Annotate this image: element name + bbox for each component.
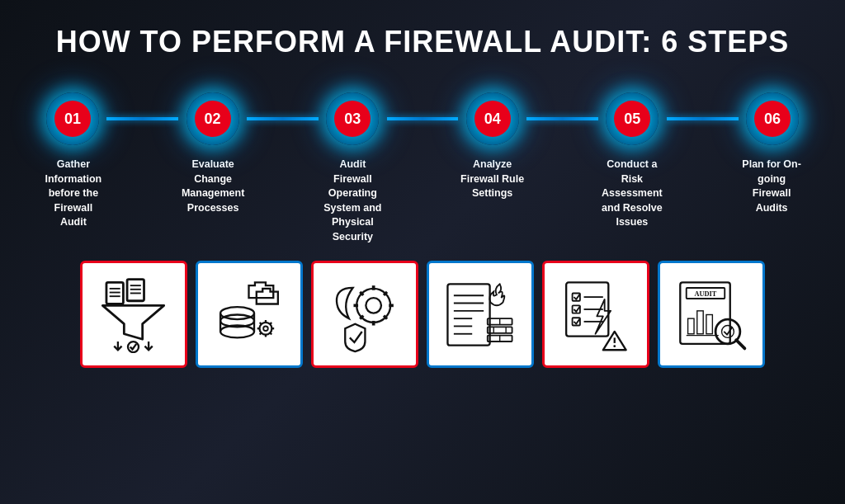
- step-label-1: Gather Information before the Firewall A…: [37, 158, 111, 230]
- step-node-1: 01: [37, 92, 109, 145]
- node-inner-5: 05: [614, 101, 650, 137]
- svg-rect-37: [448, 284, 490, 345]
- step-number-6: 06: [764, 111, 781, 128]
- steps-section: 01 02 03: [17, 92, 828, 368]
- node-outer-5: 05: [606, 92, 659, 145]
- icon-box-2: [196, 261, 303, 368]
- svg-line-69: [737, 340, 745, 348]
- moon-shield-gear-icon: [326, 276, 403, 353]
- svg-point-17: [260, 322, 272, 334]
- svg-rect-45: [488, 327, 512, 332]
- node-inner-6: 06: [754, 101, 791, 137]
- step-label-3: Audit Firewall Operating System and Phys…: [316, 158, 389, 244]
- node-inner-4: 04: [474, 101, 511, 137]
- icon-box-1: [80, 261, 187, 368]
- node-outer-4: 04: [466, 92, 519, 145]
- step-number-4: 04: [484, 111, 501, 128]
- step-number-3: 03: [344, 111, 361, 128]
- svg-line-24: [271, 332, 272, 334]
- connector-4-5: [526, 117, 598, 120]
- step-node-6: 06: [737, 92, 809, 145]
- step-label-4: Analyze Firewall Rule Settings: [456, 158, 529, 201]
- step-label-5: Conduct a Risk Assessment and Resolve Is…: [596, 158, 669, 230]
- main-container: HOW TO PERFORM A FIREWALL AUDIT: 6 STEPS…: [0, 0, 845, 504]
- icon-box-5: [542, 261, 649, 368]
- database-folders-icon: [210, 276, 287, 353]
- step-node-5: 05: [597, 92, 668, 145]
- svg-line-23: [260, 322, 262, 323]
- step-label-6: Plan for On-going Firewall Audits: [735, 158, 809, 215]
- svg-rect-0: [106, 282, 123, 304]
- filter-documents-icon: [95, 276, 172, 353]
- icons-row: AUDIT: [37, 261, 809, 368]
- node-outer-3: 03: [326, 92, 379, 145]
- step-number-1: 01: [64, 111, 81, 128]
- timeline-row: 01 02 03: [37, 92, 809, 145]
- icon-box-6: AUDIT: [658, 261, 765, 368]
- icon-box-3: [311, 261, 418, 368]
- node-outer-1: 01: [46, 92, 99, 145]
- labels-row: Gather Information before the Firewall A…: [37, 158, 809, 244]
- node-inner-2: 02: [195, 101, 231, 137]
- svg-point-18: [264, 326, 269, 331]
- step-node-2: 02: [177, 92, 248, 145]
- svg-rect-64: [688, 318, 694, 334]
- node-outer-2: 02: [186, 92, 239, 145]
- svg-point-60: [614, 345, 616, 347]
- node-outer-6: 06: [746, 92, 799, 145]
- icon-box-4: [427, 261, 534, 368]
- node-inner-1: 01: [54, 101, 91, 137]
- svg-point-28: [366, 298, 382, 313]
- svg-line-26: [260, 332, 262, 334]
- node-inner-3: 03: [334, 101, 371, 137]
- svg-marker-8: [103, 305, 164, 339]
- step-node-4: 04: [456, 92, 528, 145]
- step-number-5: 05: [624, 111, 640, 128]
- checklist-warning-icon: [557, 276, 634, 353]
- page-title: HOW TO PERFORM A FIREWALL AUDIT: 6 STEPS: [56, 25, 790, 59]
- connector-5-6: [667, 117, 739, 120]
- connector-2-3: [247, 117, 319, 120]
- step-node-3: 03: [317, 92, 389, 145]
- step-number-2: 02: [205, 111, 221, 128]
- audit-report-icon: AUDIT: [673, 276, 749, 353]
- connector-1-2: [106, 117, 178, 120]
- svg-rect-66: [706, 314, 712, 333]
- svg-rect-65: [697, 310, 703, 333]
- list-fire-brick-icon: [441, 276, 518, 353]
- svg-line-25: [271, 322, 272, 323]
- svg-text:AUDIT: AUDIT: [695, 290, 717, 298]
- connector-3-4: [387, 117, 459, 120]
- step-label-2: Evaluate Change Management Processes: [177, 158, 250, 215]
